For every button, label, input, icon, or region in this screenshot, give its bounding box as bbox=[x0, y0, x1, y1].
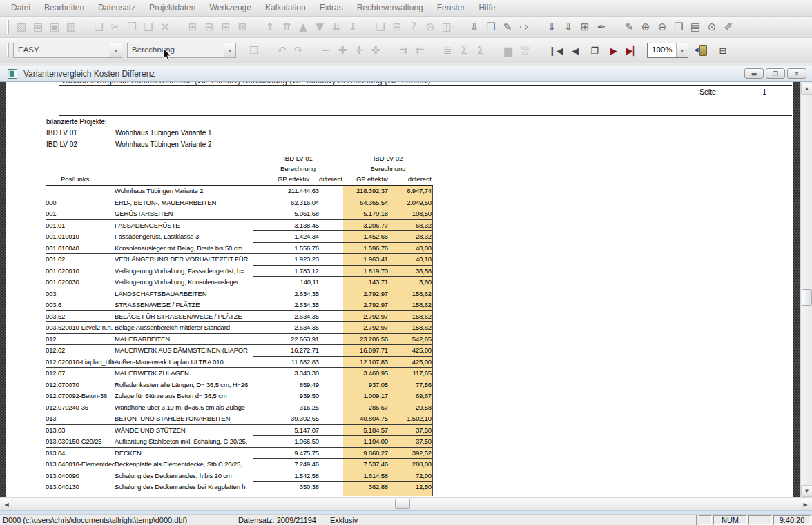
help-icon[interactable]: ? bbox=[405, 19, 422, 35]
promote-icon[interactable]: ⇇ bbox=[412, 42, 428, 59]
sum-selected-icon[interactable]: Σ bbox=[456, 42, 472, 59]
insert-element-icon[interactable]: ✚ bbox=[334, 42, 351, 59]
outline-all-icon[interactable]: ⊠ bbox=[234, 19, 251, 35]
toolbar-grip[interactable] bbox=[7, 20, 9, 34]
menu-item-extras[interactable]: Extras bbox=[313, 0, 350, 16]
menu-item-kalkulation[interactable]: Kalkulation bbox=[258, 0, 313, 16]
prev-page-icon[interactable]: ◀ bbox=[567, 42, 583, 59]
zoom-minus-icon[interactable]: ⊖ bbox=[654, 19, 670, 35]
numbered-list-icon[interactable]: ≣ bbox=[439, 42, 456, 59]
copy-icon[interactable]: ❐ bbox=[124, 19, 140, 35]
cut-icon[interactable]: ✂ bbox=[107, 19, 124, 35]
move-page-up-icon[interactable]: ⇈ bbox=[278, 19, 295, 35]
columns-icon[interactable]: ◫ bbox=[438, 19, 455, 35]
table-row: 001.010010Fassadengerüst, Lastklasse 31.… bbox=[46, 231, 433, 243]
new-document-icon[interactable]: ❏ bbox=[90, 19, 107, 35]
statistics-icon[interactable]: ▆ bbox=[500, 42, 516, 59]
open-view-icon[interactable]: ❒ bbox=[246, 42, 262, 59]
restore-button[interactable]: ❐ bbox=[766, 68, 785, 79]
move-down-icon[interactable]: ▼ bbox=[311, 19, 328, 35]
outline-level-icon[interactable]: ⊟ bbox=[201, 19, 218, 35]
chevron-down-icon[interactable]: ▼ bbox=[676, 43, 688, 57]
vertical-scroll-thumb[interactable] bbox=[802, 289, 812, 306]
add-element-icon[interactable]: ✛ bbox=[351, 42, 367, 59]
edit-document-icon[interactable]: ✎ bbox=[499, 19, 516, 35]
paste-icon[interactable]: ❑ bbox=[140, 19, 157, 35]
view-combobox[interactable]: Berechnung ▼ bbox=[127, 43, 236, 58]
zoom-combobox[interactable]: 100% ▼ bbox=[647, 43, 688, 58]
window-tiles-icon[interactable]: ⊞ bbox=[577, 19, 593, 35]
preview-report-icon[interactable]: ▨ bbox=[13, 19, 30, 35]
status-num-lock: NUM bbox=[713, 515, 747, 525]
profile-combobox[interactable]: EASY ▼ bbox=[13, 43, 122, 58]
run-to-end-icon[interactable]: ▶▏ bbox=[625, 42, 641, 59]
move-page-down-icon[interactable]: ⇊ bbox=[328, 19, 345, 35]
document-titlebar[interactable]: Variantenvergleich Kosten Differenz ▬ ❐ … bbox=[0, 66, 812, 82]
chevron-down-icon[interactable]: ▼ bbox=[224, 43, 235, 57]
first-page-icon[interactable]: ❙◀ bbox=[548, 42, 564, 59]
page-layout-icon[interactable]: ▤ bbox=[30, 19, 46, 35]
menu-item-datensatz[interactable]: Datensatz bbox=[91, 0, 142, 16]
toolbar2-grip[interactable] bbox=[7, 43, 9, 57]
table-row: 013.04DECKEN9.475,759.868,27392,52 bbox=[46, 448, 433, 459]
workspace-background bbox=[793, 82, 800, 497]
edit-entry-icon[interactable]: ✐ bbox=[720, 19, 737, 35]
remove-element-icon[interactable]: − bbox=[318, 42, 334, 59]
status-file-path: D000 (c:\users\chris\documents\allright\… bbox=[3, 516, 187, 524]
annotate-icon[interactable]: ✎ bbox=[621, 19, 637, 35]
undo-icon[interactable]: ↶ bbox=[273, 42, 290, 59]
move-up-icon[interactable]: ▲ bbox=[295, 19, 311, 35]
image-icon[interactable]: ▣ bbox=[46, 19, 63, 35]
menu-item-werkzeuge[interactable]: Werkzeuge bbox=[202, 0, 258, 16]
menu-item-fenster[interactable]: Fenster bbox=[430, 0, 472, 16]
print-preview-icon[interactable]: ❏ bbox=[372, 19, 389, 35]
pin-icon[interactable]: ✒ bbox=[593, 19, 610, 35]
reb-icon[interactable]: REB CO bbox=[516, 42, 533, 59]
move-bottom-icon[interactable]: ↧ bbox=[345, 19, 361, 35]
pages-icon[interactable]: ▤ bbox=[687, 19, 704, 35]
close-preview-door-icon[interactable] bbox=[694, 42, 710, 59]
redo-icon[interactable]: ↷ bbox=[290, 42, 307, 59]
close-button[interactable]: ✕ bbox=[787, 68, 806, 79]
table-row: 012.070092-Beton-36Zulage für Stürze aus… bbox=[46, 390, 433, 402]
catalog-icon[interactable]: ▥ bbox=[63, 19, 79, 35]
horizontal-scrollbar[interactable]: ◀ ▶ bbox=[0, 497, 812, 510]
add-subelement-icon[interactable]: ✜ bbox=[367, 42, 384, 59]
magnifier-icon[interactable]: ⊙ bbox=[704, 19, 720, 35]
chevron-down-icon[interactable]: ▼ bbox=[110, 43, 122, 57]
copy-pages-icon[interactable]: ❐ bbox=[586, 42, 603, 59]
outline-insert-icon[interactable]: ⊞ bbox=[184, 19, 201, 35]
minimize-button[interactable]: ▬ bbox=[744, 68, 764, 79]
horizontal-scroll-thumb[interactable] bbox=[395, 499, 410, 509]
menu-item-datei[interactable]: Datei bbox=[4, 0, 37, 16]
move-top-icon[interactable]: ↥ bbox=[262, 19, 278, 35]
scroll-up-icon[interactable]: ▲ bbox=[801, 83, 812, 95]
outline-branch-icon[interactable]: ⊞ bbox=[218, 19, 234, 35]
run-icon[interactable]: ▶ bbox=[606, 42, 622, 59]
print-icon[interactable]: ⊟ bbox=[389, 19, 405, 35]
status-record: Datensatz: 2009/21194 bbox=[238, 516, 316, 524]
insert-before-icon[interactable]: ⇓ bbox=[543, 19, 560, 35]
documents-icon[interactable]: ❒ bbox=[670, 19, 687, 35]
scroll-left-icon[interactable]: ◀ bbox=[1, 499, 12, 511]
menu-item-hilfe[interactable]: Hilfe bbox=[472, 0, 502, 16]
transfer-icon[interactable]: ⇨ bbox=[516, 19, 532, 35]
table-row: 013.030150-C20/25Aufkantung Stahlbeton i… bbox=[46, 436, 433, 448]
vertical-scrollbar[interactable]: ▲ ▼ bbox=[800, 82, 812, 497]
menu-item-bearbeiten[interactable]: Bearbeiten bbox=[37, 0, 91, 16]
scroll-down-icon[interactable]: ▼ bbox=[801, 485, 812, 497]
import-icon[interactable]: ⇩ bbox=[466, 19, 483, 35]
horizontal-rule bbox=[59, 85, 792, 86]
menu-item-rechteverwaltung[interactable]: Rechteverwaltung bbox=[350, 0, 430, 16]
zoom-plus-icon[interactable]: ⊕ bbox=[637, 19, 654, 35]
archive-icon[interactable]: ❒ bbox=[483, 19, 499, 35]
menu-item-projektdaten[interactable]: Projektdaten bbox=[142, 0, 202, 16]
sum-icon[interactable]: Σ bbox=[472, 42, 489, 59]
delete-icon[interactable]: ✕ bbox=[157, 19, 173, 35]
demote-icon[interactable]: ⇉ bbox=[395, 42, 412, 59]
insert-after-icon[interactable]: ⇓ bbox=[560, 19, 577, 35]
view-combobox-value: Berechnung bbox=[128, 43, 224, 57]
scroll-right-icon[interactable]: ▶ bbox=[800, 499, 811, 511]
search-icon[interactable]: ⊙ bbox=[422, 19, 438, 35]
print-page-icon[interactable]: ⊟ bbox=[715, 42, 731, 59]
